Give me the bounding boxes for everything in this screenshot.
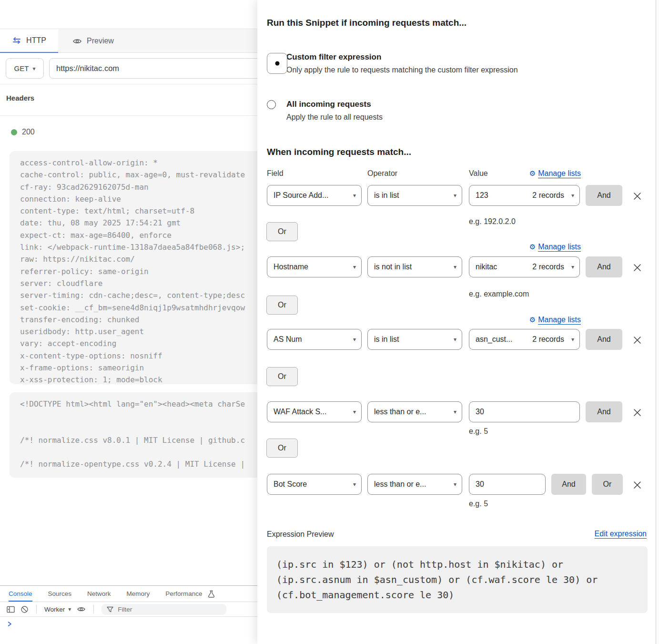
list-name: 123 [476, 191, 488, 200]
status-code: 200 [22, 128, 35, 136]
expression-preview-code: (ip.src in $123) or (not http.host in $n… [267, 546, 648, 613]
devtools-tab-performance[interactable]: Performance [165, 586, 202, 602]
operator-select-value: is not in list [374, 263, 412, 271]
remove-condition-button[interactable] [631, 479, 643, 491]
radio-selected-icon[interactable] [267, 53, 287, 74]
operator-select-value: less than or e... [374, 408, 426, 416]
method-select[interactable]: GET ▾ [6, 58, 44, 79]
chevron-down-icon: ▾ [454, 409, 456, 415]
remove-condition-button[interactable] [631, 190, 643, 202]
gear-icon: ⚙ [529, 316, 536, 324]
chevron-down-icon: ▾ [68, 606, 71, 612]
field-select[interactable]: Bot Score ▾ [267, 474, 362, 495]
radio-unselected-icon[interactable] [267, 100, 276, 109]
manage-lists-link[interactable]: Manage lists [538, 243, 581, 251]
devtools-panel: Console Sources Network Memory Performan… [0, 585, 264, 644]
or-button[interactable]: Or [266, 222, 298, 241]
operator-select-value: is in list [374, 335, 399, 344]
value-list-select[interactable]: asn_cust... 2 records ▾ [469, 329, 580, 350]
toggle-sidebar-icon[interactable] [7, 606, 15, 613]
drawer-title: Run this Snippet if incoming requests ma… [267, 18, 466, 28]
or-button[interactable]: Or [266, 296, 298, 315]
radio-option-description: Only apply the rule to requests matching… [286, 66, 630, 74]
operator-select[interactable]: is in list ▾ [367, 329, 462, 350]
operator-select-value: less than or e... [374, 480, 426, 489]
and-button[interactable]: And [586, 256, 622, 277]
method-label: GET [14, 64, 29, 72]
radio-option-all-requests: All incoming requests Apply the rule to … [267, 100, 630, 122]
manage-lists-row: ⚙Manage lists [267, 243, 581, 251]
chevron-down-icon: ▾ [571, 264, 574, 270]
value-input[interactable] [469, 401, 580, 422]
manage-lists-link[interactable]: Manage lists [538, 169, 581, 177]
page-top-band [0, 0, 264, 29]
execution-context-select[interactable]: Worker ▾ [44, 606, 71, 613]
value-hint: e.g. example.com [469, 290, 529, 298]
chevron-down-icon: ▾ [454, 264, 456, 270]
tab-http-label: HTTP [26, 36, 46, 45]
operator-select[interactable]: is in list ▾ [367, 185, 462, 206]
url-input[interactable] [49, 58, 264, 79]
chevron-down-icon: ▾ [32, 66, 35, 72]
field-select[interactable]: Hostname ▾ [267, 256, 362, 277]
expression-preview-label: Expression Preview [267, 530, 334, 539]
clear-console-icon[interactable] [20, 605, 29, 613]
chevron-down-icon: ▾ [353, 481, 356, 488]
or-button[interactable]: Or [592, 474, 623, 495]
devtools-tab-memory[interactable]: Memory [127, 586, 150, 602]
devtools-tab-console[interactable]: Console [9, 586, 32, 602]
list-record-count: 2 records [532, 263, 566, 271]
value-input[interactable] [469, 474, 546, 495]
flask-experiment-icon[interactable] [208, 586, 215, 602]
swap-arrows-icon [12, 37, 21, 44]
tab-preview[interactable]: Preview [58, 29, 264, 53]
operator-select-value: is in list [374, 191, 399, 200]
value-list-select[interactable]: 123 2 records ▾ [469, 185, 580, 206]
divider [36, 605, 37, 613]
filter-input[interactable] [118, 606, 221, 613]
list-name: nikitac [476, 263, 497, 271]
list-name: asn_cust... [476, 335, 512, 344]
response-headers-block: access-control-allow-origin: * cache-con… [10, 151, 264, 384]
or-button[interactable]: Or [266, 439, 298, 458]
value-list-select[interactable]: nikitac 2 records ▾ [469, 256, 580, 277]
manage-lists-row: ⚙Manage lists [267, 169, 581, 178]
console-filter[interactable] [101, 604, 226, 615]
snippet-rule-drawer: Run this Snippet if incoming requests ma… [257, 0, 659, 644]
tab-http[interactable]: HTTP [0, 29, 58, 53]
edit-expression-link[interactable]: Edit expression [595, 530, 647, 538]
divider [93, 605, 94, 613]
field-select[interactable]: WAF Attack S... ▾ [267, 401, 362, 422]
funnel-filter-icon [107, 606, 113, 613]
field-select[interactable]: IP Source Add... ▾ [267, 185, 362, 206]
and-button[interactable]: And [551, 474, 586, 495]
operator-select[interactable]: is not in list ▾ [367, 256, 462, 277]
and-button[interactable]: And [586, 185, 622, 206]
live-expression-eye-icon[interactable] [77, 606, 86, 613]
remove-condition-button[interactable] [631, 261, 643, 274]
value-hint: e.g. 192.0.2.0 [469, 217, 516, 226]
status-ok-dot-icon [11, 129, 17, 135]
remove-condition-button[interactable] [631, 406, 643, 419]
manage-lists-link[interactable]: Manage lists [538, 316, 581, 324]
chevron-down-icon: ▾ [353, 264, 356, 270]
chevron-down-icon: ▾ [353, 409, 356, 415]
operator-select[interactable]: less than or e... ▾ [367, 474, 462, 495]
radio-option-label[interactable]: Custom filter expression [286, 52, 630, 62]
devtools-tab-sources[interactable]: Sources [48, 586, 72, 602]
devtools-tab-network[interactable]: Network [87, 586, 111, 602]
radio-option-label[interactable]: All incoming requests [286, 100, 630, 109]
field-select[interactable]: AS Num ▾ [267, 329, 362, 350]
remove-condition-button[interactable] [631, 334, 643, 346]
operator-select[interactable]: less than or e... ▾ [367, 401, 462, 422]
chevron-down-icon: ▾ [454, 336, 456, 343]
eye-icon [72, 38, 82, 45]
match-section-title: When incoming requests match... [267, 147, 411, 157]
and-button[interactable]: And [586, 401, 622, 422]
and-button[interactable]: And [586, 329, 622, 350]
radio-option-custom-filter: Custom filter expression Only apply the … [267, 52, 630, 74]
request-tab-bar: HTTP Preview [0, 29, 264, 53]
console-input-line[interactable] [0, 617, 264, 627]
divider [0, 115, 264, 116]
or-button[interactable]: Or [266, 367, 298, 386]
